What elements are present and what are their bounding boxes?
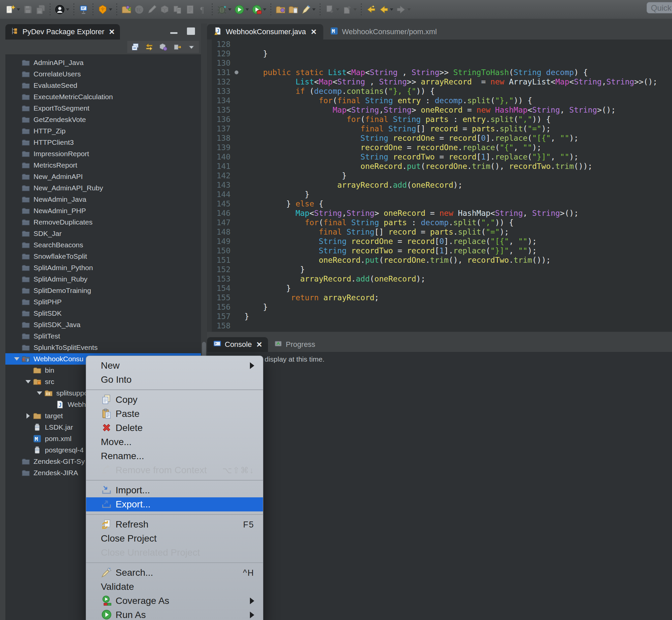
menu-item-copy[interactable]: Copy bbox=[86, 393, 263, 407]
tab-pydev-package-explorer[interactable]: PyDev Package Explorer × bbox=[5, 24, 120, 40]
tree-item-impressionreport[interactable]: ImpressionReport bbox=[5, 148, 201, 159]
console-tab-progress[interactable]: Progress bbox=[268, 337, 321, 352]
menu-item-rename[interactable]: Rename... bbox=[86, 449, 263, 463]
tree-item-http-zip[interactable]: HTTP_Zip bbox=[5, 125, 201, 137]
dropdown-arrow-icon[interactable] bbox=[390, 8, 393, 11]
view-menu-button[interactable] bbox=[186, 42, 196, 52]
fold-marker-icon[interactable] bbox=[234, 70, 238, 74]
run-button[interactable] bbox=[233, 3, 245, 16]
task-orange-button[interactable] bbox=[96, 3, 109, 16]
tree-item-adminapi-java[interactable]: AdminAPI_Java bbox=[5, 57, 201, 68]
editor-tab-webhookconsumer-pom-xml[interactable]: MWebhookConsumer/pom.xml bbox=[323, 24, 444, 40]
menu-item-validate[interactable]: Validate bbox=[86, 580, 263, 594]
dropdown-arrow-icon[interactable] bbox=[17, 8, 20, 11]
tree-item-splitadmin-ruby[interactable]: SplitAdmin_Ruby bbox=[5, 273, 201, 285]
marker-pen-button[interactable] bbox=[299, 3, 312, 16]
dropdown-arrow-icon[interactable] bbox=[66, 8, 69, 11]
debug-beetle-button[interactable] bbox=[215, 3, 228, 16]
close-icon[interactable]: × bbox=[257, 341, 262, 348]
console-tab-bar: Console×Progress bbox=[207, 337, 672, 352]
console-tab-console[interactable]: Console× bbox=[207, 337, 268, 352]
tree-item-httpclient3[interactable]: HTTPClient3 bbox=[5, 137, 201, 148]
menu-item-go-into[interactable]: Go Into bbox=[86, 373, 263, 387]
minimize-view-button[interactable] bbox=[170, 32, 177, 34]
back-history-button[interactable] bbox=[365, 3, 377, 16]
code-line: 157 } bbox=[207, 312, 672, 321]
tree-item-newadmin-php[interactable]: NewAdmin_PHP bbox=[5, 205, 201, 216]
remote-console-button[interactable] bbox=[77, 3, 90, 16]
menu-item-run-as[interactable]: Run As bbox=[86, 608, 263, 620]
tree-item-splittest[interactable]: SplitTest bbox=[5, 330, 201, 342]
user-profile-button[interactable] bbox=[53, 3, 66, 16]
paste-folder-button[interactable] bbox=[287, 3, 299, 16]
tree-item-removeduplicates[interactable]: RemoveDuplicates bbox=[5, 216, 201, 228]
tree-item-splitadmin-python[interactable]: SplitAdmin_Python bbox=[5, 262, 201, 273]
expander-right-icon[interactable] bbox=[23, 413, 33, 419]
menu-item-close-project[interactable]: Close Project bbox=[86, 531, 263, 546]
tree-item-executemetriccalculation[interactable]: ExecuteMetricCalculation bbox=[5, 91, 201, 103]
open-type-folder-button[interactable] bbox=[274, 3, 287, 16]
menu-item-paste[interactable]: Paste bbox=[86, 407, 263, 421]
pkg-focus-button[interactable] bbox=[172, 42, 182, 52]
open-bug-folder-button[interactable] bbox=[120, 3, 133, 16]
menu-item-search[interactable]: Search...^H bbox=[86, 566, 263, 580]
jar-icon bbox=[33, 423, 42, 432]
tree-item-searchbeacons[interactable]: SearchBeacons bbox=[5, 239, 201, 251]
dropdown-arrow-icon[interactable] bbox=[228, 8, 231, 11]
dropdown-arrow-icon[interactable] bbox=[312, 8, 316, 11]
tree-item-splunktosplitevents[interactable]: SplunkToSplitEvents bbox=[5, 342, 201, 353]
expander-down-icon[interactable] bbox=[12, 357, 21, 361]
tree-item-label: NewAdmin_Java bbox=[34, 195, 87, 203]
dropdown-arrow-icon[interactable] bbox=[245, 8, 249, 11]
tree-item-newadmin-java[interactable]: NewAdmin_Java bbox=[5, 194, 201, 205]
tree-item-new-adminapi[interactable]: New_AdminAPI bbox=[5, 171, 201, 182]
tree-item-exporttosegment[interactable]: ExportToSegment bbox=[5, 103, 201, 114]
back-button[interactable] bbox=[377, 3, 390, 16]
menu-item-new[interactable]: New bbox=[86, 359, 263, 373]
menu-item-move[interactable]: Move... bbox=[86, 435, 263, 449]
collapse-all-button[interactable] bbox=[130, 42, 140, 52]
close-icon[interactable]: × bbox=[311, 29, 316, 35]
dropdown-arrow-icon[interactable] bbox=[263, 8, 266, 11]
dropdown-arrow-icon[interactable] bbox=[109, 8, 112, 11]
code-editor[interactable]: 128129 }130131 public static List<Map<St… bbox=[207, 40, 672, 332]
menu-item-refresh[interactable]: RefreshF5 bbox=[86, 517, 263, 531]
code-line: 133 if (decomp.contains("}, {")) { bbox=[207, 87, 672, 96]
menu-item-delete[interactable]: Delete bbox=[86, 421, 263, 435]
menu-item-coverage-as[interactable]: Coverage As bbox=[86, 594, 263, 608]
tree-item-correlateusers[interactable]: CorrelateUsers bbox=[5, 68, 201, 80]
maven-m-icon: M bbox=[33, 434, 42, 443]
svg-text:¶: ¶ bbox=[200, 5, 204, 14]
debug-run-button[interactable] bbox=[250, 3, 263, 16]
editor-tab-webhookconsumer-java[interactable]: JWebhookConsumer.java× bbox=[207, 24, 323, 40]
line-number: 147 bbox=[207, 218, 240, 227]
line-number: 134 bbox=[207, 96, 240, 105]
menu-separator bbox=[86, 514, 263, 515]
quick-access-box[interactable]: Quick A bbox=[647, 2, 672, 13]
link-editor-button[interactable] bbox=[144, 42, 154, 52]
menu-item-label: Import... bbox=[116, 485, 150, 496]
maximize-view-button[interactable] bbox=[187, 28, 195, 35]
tree-item-metricsreport[interactable]: MetricsReport bbox=[5, 159, 201, 171]
tree-item-splitsdk[interactable]: SplitSDK bbox=[5, 308, 201, 319]
pkg-ball-button[interactable] bbox=[158, 42, 168, 52]
close-icon[interactable]: × bbox=[109, 29, 115, 35]
m-refresh-icon bbox=[101, 518, 113, 530]
tree-item-splitsdk-java[interactable]: SplitSDK_Java bbox=[5, 319, 201, 330]
tree-item-evaluateseed[interactable]: EvaluateSeed bbox=[5, 80, 201, 91]
expander-down-icon[interactable] bbox=[35, 392, 44, 395]
expander-down-icon[interactable] bbox=[23, 380, 33, 383]
tree-item-getzendeskvote[interactable]: GetZendeskVote bbox=[5, 114, 201, 125]
line-number: 138 bbox=[207, 134, 240, 143]
tree-item-snowflaketosplit[interactable]: SnowflakeToSplit bbox=[5, 251, 201, 262]
tree-item-new-adminapi-ruby[interactable]: New_AdminAPI_Ruby bbox=[5, 182, 201, 194]
new-wizard-button[interactable] bbox=[4, 3, 17, 16]
line-number: 130 bbox=[207, 58, 240, 68]
tree-item-splitdemotraining[interactable]: SplitDemoTraining bbox=[5, 285, 201, 296]
progress-view-icon bbox=[274, 340, 282, 350]
tree-item-sdk-jar[interactable]: SDK_Jar bbox=[5, 228, 201, 239]
tree-item-splitphp[interactable]: SplitPHP bbox=[5, 296, 201, 308]
menu-item-export[interactable]: Export... bbox=[86, 497, 263, 511]
menu-item-import[interactable]: Import... bbox=[86, 483, 263, 497]
horizontal-sash[interactable] bbox=[207, 332, 672, 337]
